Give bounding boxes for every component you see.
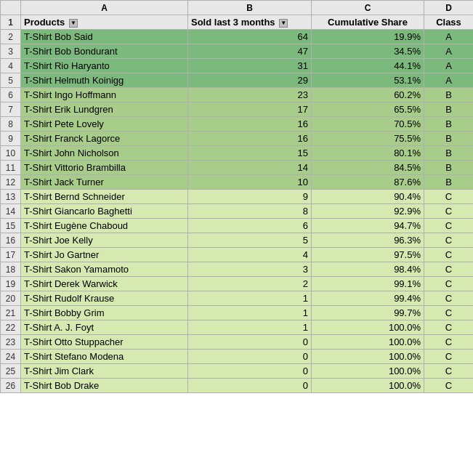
sold-cell: 29 bbox=[188, 73, 312, 88]
product-cell: T-Shirt Bernd Schneider bbox=[21, 190, 188, 204]
class-cell: C bbox=[424, 233, 474, 248]
sold-cell: 3 bbox=[188, 262, 312, 277]
row-num: 23 bbox=[1, 335, 21, 350]
class-cell: B bbox=[424, 175, 474, 190]
sold-cell: 31 bbox=[188, 59, 312, 73]
table-row: 23T-Shirt Otto Stuppacher0100.0%C bbox=[1, 335, 474, 350]
cumulative-cell: 19.9% bbox=[312, 30, 424, 44]
class-cell: A bbox=[424, 73, 474, 88]
table-row: 25T-Shirt Jim Clark0100.0%C bbox=[1, 364, 474, 379]
row-num: 8 bbox=[1, 117, 21, 132]
row-num: 21 bbox=[1, 306, 21, 320]
sold-filter-icon[interactable]: ▼ bbox=[279, 19, 288, 28]
sold-cell: 16 bbox=[188, 132, 312, 146]
row-num: 25 bbox=[1, 364, 21, 379]
cumulative-cell: 99.4% bbox=[312, 291, 424, 306]
class-cell: C bbox=[424, 320, 474, 335]
row-num: 14 bbox=[1, 204, 21, 219]
product-cell: T-Shirt Joe Kelly bbox=[21, 233, 188, 248]
product-cell: T-Shirt Jo Gartner bbox=[21, 248, 188, 262]
product-cell: T-Shirt Derek Warwick bbox=[21, 277, 188, 291]
col-a-header: A bbox=[21, 1, 188, 15]
cumulative-cell: 44.1% bbox=[312, 59, 424, 73]
class-cell: C bbox=[424, 335, 474, 350]
sold-cell: 47 bbox=[188, 44, 312, 59]
product-cell: T-Shirt Bob Bondurant bbox=[21, 44, 188, 59]
table-row: 15T-Shirt Eugène Chaboud694.7%C bbox=[1, 219, 474, 233]
table-row: 26T-Shirt Bob Drake0100.0%C bbox=[1, 379, 474, 393]
product-cell: T-Shirt Sakon Yamamoto bbox=[21, 262, 188, 277]
product-cell: T-Shirt Bob Said bbox=[21, 30, 188, 44]
row-num: 5 bbox=[1, 73, 21, 88]
product-cell: T-Shirt Rudolf Krause bbox=[21, 291, 188, 306]
row-num: 24 bbox=[1, 350, 21, 364]
table-row: 2T-Shirt Bob Said6419.9%A bbox=[1, 30, 474, 44]
row-num: 18 bbox=[1, 262, 21, 277]
table-row: 4T-Shirt Rio Haryanto3144.1%A bbox=[1, 59, 474, 73]
column-header-row: A B C D bbox=[1, 1, 474, 15]
cumulative-cell: 84.5% bbox=[312, 161, 424, 175]
products-filter-icon[interactable]: ▼ bbox=[69, 19, 78, 28]
row-num-1: 1 bbox=[1, 15, 21, 30]
sold-cell: 0 bbox=[188, 335, 312, 350]
class-cell: C bbox=[424, 262, 474, 277]
cumulative-cell: 98.4% bbox=[312, 262, 424, 277]
class-cell: C bbox=[424, 190, 474, 204]
cumulative-cell: 92.9% bbox=[312, 204, 424, 219]
table-row: 16T-Shirt Joe Kelly596.3%C bbox=[1, 233, 474, 248]
class-cell: C bbox=[424, 306, 474, 320]
spreadsheet: A B C D 1 Products ▼ Sold last 3 months … bbox=[0, 0, 473, 393]
row-num: 4 bbox=[1, 59, 21, 73]
class-cell: C bbox=[424, 350, 474, 364]
sold-cell: 15 bbox=[188, 146, 312, 161]
product-cell: T-Shirt Stefano Modena bbox=[21, 350, 188, 364]
row-num: 26 bbox=[1, 379, 21, 393]
cumulative-cell: 100.0% bbox=[312, 335, 424, 350]
col-d-header: D bbox=[424, 1, 474, 15]
table-row: 20T-Shirt Rudolf Krause199.4%C bbox=[1, 291, 474, 306]
class-cell: B bbox=[424, 102, 474, 117]
cumulative-cell: 97.5% bbox=[312, 248, 424, 262]
cumulative-cell: 87.6% bbox=[312, 175, 424, 190]
class-cell: C bbox=[424, 219, 474, 233]
cumulative-cell: 100.0% bbox=[312, 379, 424, 393]
product-cell: T-Shirt Erik Lundgren bbox=[21, 102, 188, 117]
table-row: 3T-Shirt Bob Bondurant4734.5%A bbox=[1, 44, 474, 59]
class-cell: C bbox=[424, 248, 474, 262]
table-row: 14T-Shirt Giancarlo Baghetti892.9%C bbox=[1, 204, 474, 219]
cumulative-cell: 70.5% bbox=[312, 117, 424, 132]
sold-cell: 4 bbox=[188, 248, 312, 262]
product-cell: T-Shirt Bobby Grim bbox=[21, 306, 188, 320]
col-b-header: B bbox=[188, 1, 312, 15]
table-row: 12T-Shirt Jack Turner1087.6%B bbox=[1, 175, 474, 190]
product-cell: T-Shirt Jack Turner bbox=[21, 175, 188, 190]
row-num: 6 bbox=[1, 88, 21, 102]
sold-cell: 1 bbox=[188, 320, 312, 335]
row-num: 20 bbox=[1, 291, 21, 306]
row-num: 3 bbox=[1, 44, 21, 59]
class-cell: A bbox=[424, 44, 474, 59]
sold-cell: 14 bbox=[188, 161, 312, 175]
product-cell: T-Shirt Giancarlo Baghetti bbox=[21, 204, 188, 219]
row-num: 12 bbox=[1, 175, 21, 190]
cumulative-cell: 96.3% bbox=[312, 233, 424, 248]
product-cell: T-Shirt Bob Drake bbox=[21, 379, 188, 393]
cumulative-cell: 90.4% bbox=[312, 190, 424, 204]
table-row: 17T-Shirt Jo Gartner497.5%C bbox=[1, 248, 474, 262]
class-cell: C bbox=[424, 364, 474, 379]
row-num: 17 bbox=[1, 248, 21, 262]
row-num: 22 bbox=[1, 320, 21, 335]
product-cell: T-Shirt Franck Lagorce bbox=[21, 132, 188, 146]
row-num: 9 bbox=[1, 132, 21, 146]
product-cell: T-Shirt Eugène Chaboud bbox=[21, 219, 188, 233]
class-header: Class bbox=[424, 15, 474, 30]
table-row: 19T-Shirt Derek Warwick299.1%C bbox=[1, 277, 474, 291]
product-cell: T-Shirt Otto Stuppacher bbox=[21, 335, 188, 350]
sold-cell: 1 bbox=[188, 306, 312, 320]
sold-cell: 5 bbox=[188, 233, 312, 248]
cumulative-cell: 53.1% bbox=[312, 73, 424, 88]
sold-cell: 0 bbox=[188, 364, 312, 379]
cumulative-cell: 60.2% bbox=[312, 88, 424, 102]
sold-cell: 8 bbox=[188, 204, 312, 219]
sold-header: Sold last 3 months ▼ bbox=[188, 15, 312, 30]
